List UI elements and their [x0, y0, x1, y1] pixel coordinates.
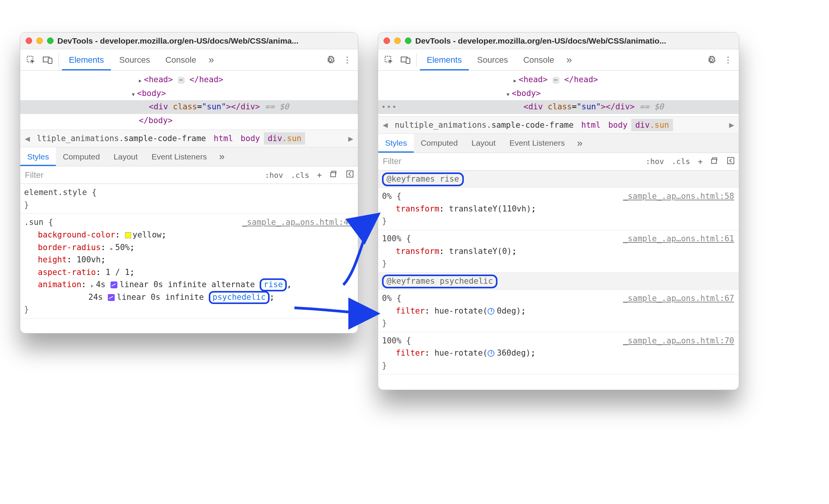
minimize-icon[interactable]	[394, 37, 401, 44]
dom-head[interactable]: <head> ⋯ </head>	[378, 73, 739, 87]
source-link[interactable]: _sample_.ap…ons.html:47	[242, 216, 358, 229]
zoom-icon[interactable]	[47, 37, 54, 44]
tab-sources[interactable]: Sources	[470, 49, 515, 70]
paint-flash-icon[interactable]	[326, 170, 342, 180]
dom-tree[interactable]: <head> ⋯ </head> <body> •••<div class="s…	[378, 71, 739, 116]
device-toggle-icon[interactable]	[398, 52, 413, 68]
inspect-element-icon[interactable]	[381, 52, 397, 68]
prop-animation[interactable]: animation: 4s linear 0s infinite alterna…	[24, 278, 358, 291]
tab-elements[interactable]: Elements	[62, 49, 111, 70]
prop-aspect-ratio[interactable]: aspect-ratio: 1 / 1;	[24, 266, 358, 279]
crumb-body[interactable]: body	[605, 119, 632, 131]
kebab-menu-icon[interactable]: ⋮	[340, 52, 355, 68]
crumb-html[interactable]: html	[210, 132, 237, 145]
more-subtabs-icon[interactable]: »	[214, 151, 230, 163]
prop-background-color[interactable]: background-color: yellow;	[24, 229, 358, 241]
source-link[interactable]: _sample_.ap…ons.html:58	[623, 190, 739, 203]
animation-name-link-psychedelic[interactable]: psychedelic	[209, 291, 270, 304]
animation-name-link-rise[interactable]: rise	[260, 278, 287, 291]
prop-transform-100[interactable]: transform: translateY(0);	[382, 245, 739, 258]
prop-filter-0[interactable]: filter: hue-rotate(0deg);	[382, 305, 739, 317]
tab-sources[interactable]: Sources	[112, 49, 157, 70]
prop-filter-100[interactable]: filter: hue-rotate(360deg);	[382, 347, 739, 359]
source-link[interactable]: _sample_.ap…ons.html:70	[623, 335, 739, 347]
styles-pane[interactable]: element.style { } _sample_.ap…ons.html:4…	[20, 184, 358, 318]
rule-rise-0[interactable]: _sample_.ap…ons.html:58 0% { transform: …	[378, 188, 739, 230]
prop-animation-line2[interactable]: 24s linear 0s infinite psychedelic;	[24, 291, 358, 304]
crumb-frame[interactable]: ltiple_animations.sample-code-frame	[33, 132, 210, 145]
subtab-styles[interactable]: Styles	[20, 147, 56, 166]
rule-element-style[interactable]: element.style { }	[20, 184, 358, 214]
prop-border-radius[interactable]: border-radius: 50%;	[24, 241, 358, 254]
subtab-computed[interactable]: Computed	[414, 134, 465, 153]
inspect-element-icon[interactable]	[23, 52, 39, 68]
dom-tree[interactable]: <head> ⋯ </head> <body> <div class="sun"…	[20, 71, 358, 130]
computed-panel-icon[interactable]	[342, 170, 358, 180]
crumb-body[interactable]: body	[237, 132, 264, 145]
prop-height[interactable]: height: 100vh;	[24, 254, 358, 266]
settings-gear-icon[interactable]	[704, 52, 719, 68]
new-rule-plus-icon[interactable]: +	[694, 157, 707, 166]
kebab-menu-icon[interactable]: ⋮	[720, 52, 736, 68]
breadcrumb[interactable]: ◀ ltiple_animations.sample-code-frame ht…	[20, 130, 358, 147]
dom-body-open[interactable]: <body>	[378, 87, 739, 101]
settings-gear-icon[interactable]	[323, 52, 338, 68]
angle-clock-icon[interactable]	[488, 308, 494, 315]
keyframes-header-psychedelic[interactable]: @keyframes psychedelic	[378, 273, 739, 290]
source-link[interactable]: _sample_.ap…ons.html:67	[623, 292, 739, 305]
crumb-div-sun[interactable]: div.sun	[264, 132, 306, 145]
rule-rise-100[interactable]: _sample_.ap…ons.html:61 100% { transform…	[378, 230, 739, 273]
styles-filter-input[interactable]: Filter	[20, 166, 261, 184]
bezier-editor-icon[interactable]	[111, 281, 117, 288]
breadcrumb-scroll-left-icon[interactable]: ◀	[22, 134, 33, 143]
crumb-html[interactable]: html	[577, 119, 605, 131]
subtab-event-listeners[interactable]: Event Listeners	[145, 147, 214, 166]
styles-filter-input[interactable]: Filter	[378, 153, 642, 170]
cls-toggle[interactable]: .cls	[287, 171, 313, 180]
angle-clock-icon[interactable]	[488, 350, 494, 357]
rule-sun[interactable]: _sample_.ap…ons.html:47 .sun { backgroun…	[20, 214, 358, 318]
subtab-layout[interactable]: Layout	[465, 134, 502, 153]
breadcrumb-scroll-right-icon[interactable]: ▶	[726, 120, 737, 130]
computed-panel-icon[interactable]	[723, 156, 739, 167]
subtab-event-listeners[interactable]: Event Listeners	[502, 134, 572, 153]
bezier-editor-icon[interactable]	[108, 294, 115, 301]
paint-flash-icon[interactable]	[707, 156, 723, 167]
more-tabs-icon[interactable]: »	[562, 54, 575, 66]
hov-toggle[interactable]: :hov	[261, 171, 287, 180]
dom-body-close[interactable]: </body>	[20, 114, 358, 128]
color-swatch-icon[interactable]	[125, 232, 131, 238]
source-link[interactable]: _sample_.ap…ons.html:61	[623, 232, 739, 245]
close-icon[interactable]	[26, 37, 32, 44]
breadcrumb[interactable]: ◀ nultiple_animations.sample-code-frame …	[378, 116, 739, 134]
rule-psy-100[interactable]: _sample_.ap…ons.html:70 100% { filter: h…	[378, 332, 739, 375]
crumb-frame[interactable]: nultiple_animations.sample-code-frame	[391, 119, 577, 131]
dom-div-sun[interactable]: •••<div class="sun"></div> == $0	[378, 100, 739, 114]
cls-toggle[interactable]: .cls	[668, 157, 694, 166]
rule-psy-0[interactable]: _sample_.ap…ons.html:67 0% { filter: hue…	[378, 290, 739, 332]
device-toggle-icon[interactable]	[40, 52, 55, 68]
adorner-dots-icon[interactable]: •••	[381, 101, 397, 113]
crumb-div-sun[interactable]: div.sun	[631, 119, 673, 131]
minimize-icon[interactable]	[36, 37, 43, 44]
tab-console[interactable]: Console	[516, 49, 561, 70]
breadcrumb-scroll-right-icon[interactable]: ▶	[345, 134, 356, 143]
dom-div-sun[interactable]: <div class="sun"></div> == $0	[20, 100, 358, 114]
keyframes-header-rise[interactable]: @keyframes rise	[378, 171, 739, 188]
hov-toggle[interactable]: :hov	[642, 157, 668, 166]
breadcrumb-scroll-left-icon[interactable]: ◀	[380, 120, 391, 130]
tab-elements[interactable]: Elements	[420, 49, 469, 70]
dom-head[interactable]: <head> ⋯ </head>	[20, 73, 358, 87]
tab-console[interactable]: Console	[158, 49, 203, 70]
subtab-layout[interactable]: Layout	[107, 147, 145, 166]
dom-body-open[interactable]: <body>	[20, 87, 358, 101]
close-icon[interactable]	[384, 37, 390, 44]
styles-pane[interactable]: @keyframes rise _sample_.ap…ons.html:58 …	[378, 171, 739, 375]
prop-transform-0[interactable]: transform: translateY(110vh);	[382, 203, 739, 215]
new-rule-plus-icon[interactable]: +	[313, 170, 326, 180]
more-subtabs-icon[interactable]: »	[572, 137, 588, 149]
zoom-icon[interactable]	[405, 37, 411, 44]
subtab-computed[interactable]: Computed	[56, 147, 107, 166]
subtab-styles[interactable]: Styles	[378, 134, 414, 153]
more-tabs-icon[interactable]: »	[205, 54, 218, 66]
